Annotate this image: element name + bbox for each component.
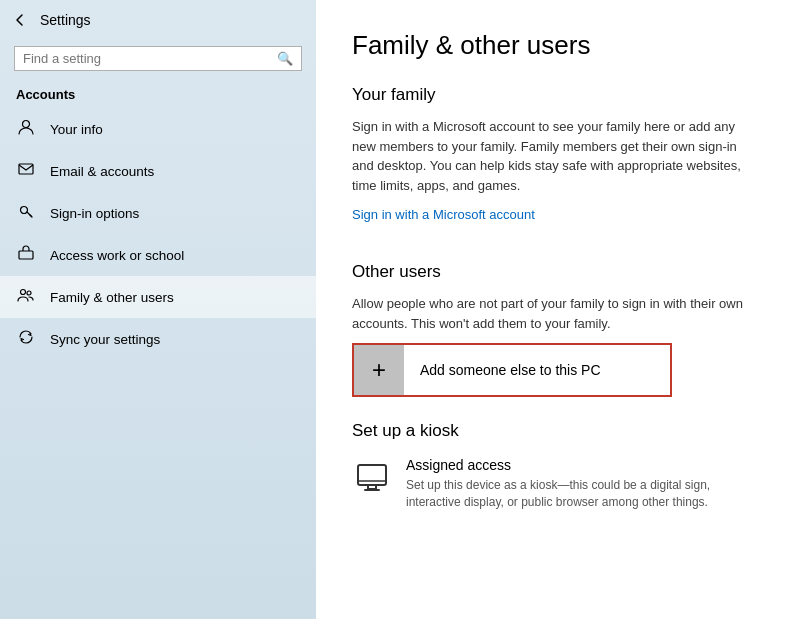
sidebar-item-family-label: Family & other users — [50, 290, 174, 305]
briefcase-icon — [16, 244, 36, 266]
family-icon — [16, 286, 36, 308]
back-button[interactable] — [8, 8, 32, 32]
sidebar-item-family-users[interactable]: Family & other users — [0, 276, 316, 318]
sign-in-microsoft-link[interactable]: Sign in with a Microsoft account — [352, 207, 535, 222]
svg-point-4 — [21, 290, 26, 295]
sidebar-item-signin-label: Sign-in options — [50, 206, 139, 221]
other-users-section: Other users Allow people who are not par… — [352, 262, 756, 397]
sidebar-item-sign-in-options[interactable]: Sign-in options — [0, 192, 316, 234]
search-input[interactable] — [23, 51, 271, 66]
assigned-access-text: Assigned access Set up this device as a … — [406, 457, 756, 511]
kiosk-icon — [352, 459, 392, 499]
add-icon-box: + — [354, 345, 404, 395]
search-box-container: 🔍 — [0, 40, 316, 77]
sidebar-item-email-label: Email & accounts — [50, 164, 154, 179]
sidebar-item-access-work-school[interactable]: Access work or school — [0, 234, 316, 276]
search-box[interactable]: 🔍 — [14, 46, 302, 71]
sidebar-header: Settings — [0, 0, 316, 40]
assigned-access-title: Assigned access — [406, 457, 756, 473]
key-icon — [16, 202, 36, 224]
person-icon — [16, 118, 36, 140]
svg-rect-6 — [358, 465, 386, 485]
sidebar-item-access-label: Access work or school — [50, 248, 184, 263]
sidebar-item-sync-settings[interactable]: Sync your settings — [0, 318, 316, 360]
svg-rect-8 — [364, 489, 380, 491]
email-icon — [16, 160, 36, 182]
sidebar-item-email-accounts[interactable]: Email & accounts — [0, 150, 316, 192]
sidebar-item-your-info-label: Your info — [50, 122, 103, 137]
other-users-heading: Other users — [352, 262, 756, 282]
kiosk-heading: Set up a kiosk — [352, 421, 756, 441]
sync-icon — [16, 328, 36, 350]
your-family-section: Your family Sign in with a Microsoft acc… — [352, 85, 756, 246]
svg-rect-1 — [19, 164, 33, 174]
your-family-description: Sign in with a Microsoft account to see … — [352, 117, 756, 195]
assigned-access-item: Assigned access Set up this device as a … — [352, 457, 756, 511]
other-users-description: Allow people who are not part of your fa… — [352, 294, 756, 333]
your-family-heading: Your family — [352, 85, 756, 105]
assigned-access-description: Set up this device as a kiosk—this could… — [406, 477, 756, 511]
svg-rect-3 — [19, 251, 33, 259]
kiosk-section: Set up a kiosk Assigned access Set up th… — [352, 421, 756, 511]
main-content: Family & other users Your family Sign in… — [316, 0, 792, 619]
add-user-label: Add someone else to this PC — [404, 362, 617, 378]
sidebar-title: Settings — [40, 12, 91, 28]
sidebar: Settings 🔍 Accounts Your info Email & ac… — [0, 0, 316, 619]
sidebar-item-sync-label: Sync your settings — [50, 332, 160, 347]
add-user-button[interactable]: + Add someone else to this PC — [352, 343, 672, 397]
search-icon: 🔍 — [277, 51, 293, 66]
accounts-section-label: Accounts — [0, 77, 316, 108]
svg-rect-7 — [368, 485, 376, 489]
svg-point-0 — [23, 121, 30, 128]
page-title: Family & other users — [352, 30, 756, 61]
sidebar-item-your-info[interactable]: Your info — [0, 108, 316, 150]
svg-point-5 — [27, 291, 31, 295]
svg-point-2 — [21, 207, 28, 214]
plus-icon: + — [372, 356, 386, 384]
